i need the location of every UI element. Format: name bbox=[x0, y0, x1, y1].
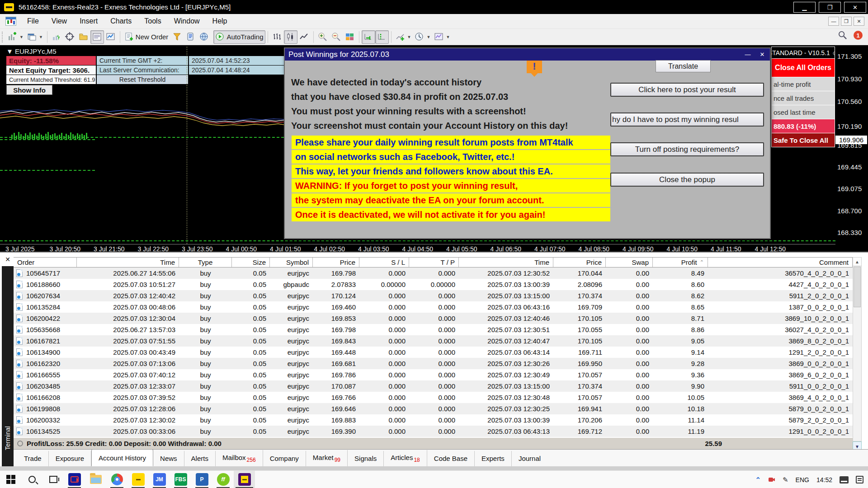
table-row[interactable]: 1061886602025.07.03 10:51:27buy0.05gbpau… bbox=[14, 279, 853, 290]
strategy-tester-button[interactable] bbox=[104, 30, 118, 44]
table-row[interactable]: 1061662082025.07.03 07:39:52buy0.05eurjp… bbox=[14, 392, 853, 403]
chart-close-button[interactable]: ✕ bbox=[854, 17, 864, 26]
table-row[interactable]: 1061352842025.07.03 00:48:06buy0.05eurjp… bbox=[14, 301, 853, 313]
table-row[interactable]: 1061678212025.07.03 07:51:55buy0.05eurjp… bbox=[14, 335, 853, 347]
table-row[interactable]: 1056457172025.06.27 14:55:06buy0.05eurjp… bbox=[14, 267, 853, 279]
terminal-close-button[interactable]: ✕ bbox=[2, 253, 14, 266]
chart-restore-button[interactable]: ❐ bbox=[841, 17, 852, 26]
task-view-button[interactable] bbox=[42, 471, 64, 488]
zoom-out-button[interactable] bbox=[330, 30, 343, 44]
chart-symbol-label[interactable]: ▼ EURJPYc,M5 bbox=[6, 47, 57, 55]
search-icon[interactable] bbox=[838, 31, 847, 40]
reset-threshold-button[interactable]: Reset Threshold bbox=[97, 75, 188, 84]
timeframes-button[interactable]: ▼ bbox=[413, 30, 432, 44]
tab-code-base[interactable]: Code Base bbox=[427, 451, 475, 466]
window-close-button[interactable]: ✕ bbox=[844, 2, 866, 13]
tab-market[interactable]: Market99 bbox=[306, 450, 348, 467]
table-row[interactable]: 1061998082025.07.03 12:28:06buy0.05eurjp… bbox=[14, 403, 853, 414]
screen-recorder-app[interactable] bbox=[64, 471, 85, 488]
window-restore-button[interactable]: ❐ bbox=[819, 2, 841, 13]
history-center-button[interactable] bbox=[197, 30, 211, 44]
navigator-button[interactable] bbox=[77, 30, 90, 44]
menu-tools[interactable]: Tools bbox=[138, 15, 167, 28]
why-post-button[interactable]: hy do I have to post my winning resul bbox=[610, 113, 764, 127]
table-row[interactable]: 1062034852025.07.03 12:33:07buy0.05eurjp… bbox=[14, 380, 853, 392]
hidden-icons-chevron[interactable]: ⌃ bbox=[755, 476, 761, 484]
start-button[interactable] bbox=[0, 471, 21, 488]
expert-advisors-button[interactable] bbox=[170, 30, 184, 44]
taskbar-search-button[interactable] bbox=[21, 471, 42, 488]
column-header-price[interactable]: Price bbox=[313, 258, 359, 267]
notification-badge[interactable]: 1 bbox=[854, 31, 863, 40]
tab-signals[interactable]: Signals bbox=[348, 451, 384, 466]
new-order-button[interactable]: New Order bbox=[123, 30, 170, 44]
tab-articles[interactable]: Articles18 bbox=[384, 450, 427, 467]
menu-help[interactable]: Help bbox=[206, 15, 234, 28]
scroll-up-icon[interactable]: ▲ bbox=[853, 258, 861, 266]
show-info-button[interactable]: Show Info bbox=[6, 85, 52, 95]
clock[interactable]: 14:52 bbox=[816, 476, 832, 483]
ff-app[interactable]: ff bbox=[212, 471, 234, 488]
menu-insert[interactable]: Insert bbox=[73, 15, 104, 28]
new-chart-button[interactable]: ▼ bbox=[6, 30, 25, 44]
market-watch-button[interactable] bbox=[50, 30, 63, 44]
tray-recorder-icon[interactable] bbox=[768, 476, 775, 483]
tab-news[interactable]: News bbox=[153, 451, 184, 466]
data-window-button[interactable] bbox=[63, 30, 77, 44]
chart-minimize-button[interactable]: — bbox=[828, 17, 839, 26]
menu-view[interactable]: View bbox=[45, 15, 73, 28]
fbs-app[interactable]: FBS bbox=[170, 471, 191, 488]
touch-keyboard-icon[interactable] bbox=[840, 476, 849, 483]
scrollbar-thumb[interactable] bbox=[854, 267, 861, 307]
auto-scroll-button[interactable] bbox=[362, 30, 375, 44]
table-row[interactable]: 1061349002025.07.03 00:43:49buy0.05eurjp… bbox=[14, 347, 853, 358]
autotrading-button[interactable]: AutoTrading bbox=[213, 30, 265, 44]
column-header-time[interactable]: Time bbox=[77, 258, 179, 267]
table-row[interactable]: 1061665552025.07.03 07:40:12buy0.05eurjp… bbox=[14, 369, 853, 380]
column-header-swap[interactable]: Swap bbox=[606, 258, 653, 267]
chrome-app[interactable] bbox=[106, 471, 127, 488]
tab-alerts[interactable]: Alerts bbox=[184, 451, 216, 466]
column-header-order[interactable]: Order bbox=[14, 258, 77, 267]
tile-windows-button[interactable] bbox=[343, 30, 357, 44]
close-popup-button[interactable]: Close the popup bbox=[610, 173, 764, 187]
menu-file[interactable]: File bbox=[21, 15, 45, 28]
action-center-icon[interactable] bbox=[856, 476, 863, 483]
dialog-minimize-button[interactable]: — bbox=[743, 50, 753, 58]
menu-charts[interactable]: Charts bbox=[104, 15, 138, 28]
scripts-button[interactable] bbox=[184, 30, 197, 44]
line-chart-mode-button[interactable] bbox=[297, 30, 311, 44]
safe-to-close-button[interactable]: Safe To Close All bbox=[772, 133, 835, 147]
chart-shift-button[interactable] bbox=[375, 30, 389, 44]
profiles-button[interactable]: ▼ bbox=[25, 30, 45, 44]
column-header-tp[interactable]: T / P bbox=[409, 258, 459, 267]
window-minimize-button[interactable]: ▁ bbox=[793, 2, 816, 13]
tray-pen-icon[interactable]: ✎ bbox=[783, 476, 788, 484]
tab-experts[interactable]: Experts bbox=[475, 451, 512, 466]
table-row[interactable]: 1062003322025.07.03 12:30:02buy0.05eurjp… bbox=[14, 414, 853, 426]
p-app[interactable]: P bbox=[191, 471, 212, 488]
tab-journal[interactable]: Journal bbox=[512, 451, 547, 466]
turn-off-posting-button[interactable]: Turn off posting requirements? bbox=[610, 142, 764, 156]
tab-account-history[interactable]: Account History bbox=[91, 449, 153, 466]
templates-button[interactable]: ▼ bbox=[432, 30, 452, 44]
exness-app[interactable] bbox=[127, 471, 149, 488]
column-header-sl[interactable]: S / L bbox=[359, 258, 409, 267]
column-header-size[interactable]: Size bbox=[232, 258, 270, 267]
table-row[interactable]: 1061345252025.07.03 00:33:06buy0.05eurjp… bbox=[14, 426, 853, 437]
candlestick-mode-button[interactable] bbox=[284, 30, 297, 44]
jm-app[interactable]: JM bbox=[149, 471, 170, 488]
dialog-close-button[interactable]: ✕ bbox=[757, 50, 767, 58]
table-row[interactable]: 1062076342025.07.03 12:40:42buy0.05eurjp… bbox=[14, 290, 853, 301]
menu-window[interactable]: Window bbox=[168, 15, 206, 28]
column-header-time[interactable]: Time bbox=[459, 258, 553, 267]
language-indicator[interactable]: ENG bbox=[796, 476, 809, 483]
exness-mt4-app[interactable] bbox=[234, 471, 255, 488]
column-header-type[interactable]: Type bbox=[179, 258, 232, 267]
table-scrollbar[interactable]: ▲ bbox=[853, 257, 862, 441]
table-row[interactable]: 1056356682025.06.27 13:57:03buy0.05eurjp… bbox=[14, 324, 853, 335]
close-all-orders-button[interactable]: Close All Orders bbox=[772, 58, 835, 77]
column-header-symbol[interactable]: Symbol bbox=[270, 258, 313, 267]
column-header-price[interactable]: Price bbox=[553, 258, 606, 267]
translate-button[interactable]: Translate bbox=[656, 60, 711, 72]
